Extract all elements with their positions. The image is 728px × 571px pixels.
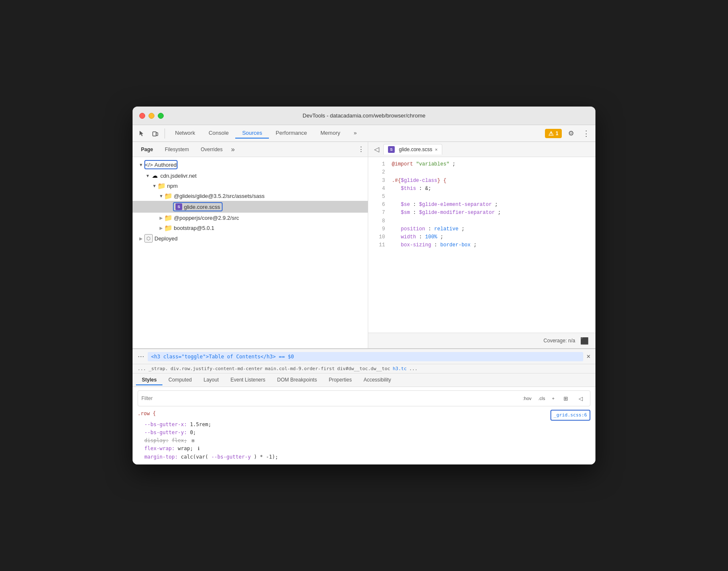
devtools-window: DevTools - datacadamia.com/web/browser/c… <box>133 107 595 464</box>
line-content-7: $sm : $glide-modifier-separator ; <box>392 209 501 217</box>
glide-file-item[interactable]: S glide.core.scss <box>133 201 368 213</box>
hov-button[interactable]: :hov <box>521 395 533 402</box>
back-button[interactable]: ◁ <box>372 144 382 155</box>
code-line-6: 6 $se : $glide-element-separator ; <box>368 201 595 209</box>
npm-folder-icon: 📁 <box>158 182 165 189</box>
css-prop-display: display: flex; ⊞ <box>144 437 590 445</box>
deployed-item[interactable]: ▶ ⬡ Deployed <box>133 233 368 244</box>
grid-scss-link[interactable]: _grid.scss:6 <box>550 410 590 421</box>
css-prop-margin-top: margin-top: calc(var( --bs-gutter-y ) * … <box>144 453 590 461</box>
settings-button[interactable]: ⚙ <box>565 128 577 139</box>
cdn-arrow: ▼ <box>144 172 151 179</box>
breadcrumb-more: ... <box>409 366 417 371</box>
breadcrumb-ellipsis: ... <box>138 366 146 371</box>
svg-rect-1 <box>156 133 158 136</box>
tab-console[interactable]: Console <box>202 128 236 139</box>
style-tab-dom-breakpoints[interactable]: DOM Breakpoints <box>271 375 323 385</box>
warning-icon: ⚠ <box>548 130 554 137</box>
authored-arrow: ▼ <box>138 161 144 168</box>
popperjs-folder-icon: 📁 <box>165 214 172 221</box>
glide-package-label: @glideis/glide@3.5.2/src/assets/sass <box>174 193 265 199</box>
add-style-button[interactable]: + <box>550 395 556 402</box>
tab-network[interactable]: Network <box>168 128 202 139</box>
issues-badge[interactable]: ⚠ 1 <box>545 129 562 138</box>
code-area: 1 @import "variables" ; 2 3 <box>368 157 595 333</box>
style-tab-styles[interactable]: Styles <box>136 375 162 385</box>
tab-page[interactable]: Page <box>136 145 158 154</box>
style-tab-event-listeners[interactable]: Event Listeners <box>225 375 271 385</box>
bootstrap-item[interactable]: ▶ 📁 bootstrap@5.0.1 <box>133 223 368 233</box>
close-bottom-panel[interactable]: × <box>587 353 590 360</box>
cls-button[interactable]: .cls <box>537 395 547 402</box>
tab-performance[interactable]: Performance <box>269 128 314 139</box>
breadcrumb-toc[interactable]: div#dw__toc.dw__toc <box>337 366 390 371</box>
copy-styles-button[interactable]: ⊞ <box>560 392 571 404</box>
main-tabs: Network Console Sources Performance Memo… <box>168 128 543 139</box>
maximize-button[interactable] <box>158 113 164 119</box>
dom-highlight: <h3 class="toggle">Table of Contents</h3… <box>148 352 583 361</box>
style-tab-accessibility[interactable]: Accessibility <box>358 375 397 385</box>
code-icon: </> <box>145 161 153 168</box>
breadcrumb-h3[interactable]: h3.tc <box>393 366 407 371</box>
line-content-5 <box>392 193 395 201</box>
style-tab-computed[interactable]: Computed <box>162 375 197 385</box>
style-tab-layout[interactable]: Layout <box>198 375 225 385</box>
bootstrap-folder-icon: 📁 <box>165 224 172 232</box>
tab-more[interactable]: » <box>347 128 363 139</box>
tab-sources[interactable]: Sources <box>235 128 269 139</box>
tab-more-left[interactable]: » <box>229 145 236 154</box>
npm-item[interactable]: ▼ 📁 npm <box>133 181 368 191</box>
toolbar-right: ⚠ 1 ⚙ ⋮ <box>545 128 592 139</box>
line-content-1: @import "variables" ; <box>392 160 455 168</box>
glide-file-label: glide.core.scss <box>184 204 220 210</box>
editor-tab-close[interactable]: × <box>435 147 437 152</box>
line-content-9: position : relative ; <box>392 225 465 233</box>
editor-tab-glide[interactable]: S glide.core.scss × <box>383 144 442 155</box>
css-rule: .row { _grid.scss:6 --bs-gutter-x: 1.5re… <box>138 410 590 461</box>
close-button[interactable] <box>139 113 145 119</box>
device-toolbar-button[interactable] <box>149 128 161 139</box>
line-content-4: $this : &; <box>392 185 431 193</box>
minimize-button[interactable] <box>149 113 154 119</box>
line-num-6: 6 <box>372 201 385 209</box>
line-num-9: 9 <box>372 225 385 233</box>
styles-panel: :hov .cls + ⊞ ◁ .row { _grid.scss:6 --bs… <box>133 387 595 464</box>
deployed-arrow: ▶ <box>138 235 144 242</box>
css-selector: .row { <box>138 410 156 418</box>
coverage-label: Coverage: n/a <box>544 338 575 344</box>
css-properties: --bs-gutter-x: 1.5rem; --bs-gutter-y: 0;… <box>138 421 590 461</box>
svg-rect-0 <box>153 132 156 136</box>
breadcrumb-main[interactable]: main.col-md-9.order-first <box>265 366 335 371</box>
line-num-8: 8 <box>372 217 385 225</box>
toggle-sidebar-button[interactable]: ◁ <box>575 392 587 404</box>
authored-label: Authored <box>154 162 177 168</box>
tab-scss-icon: S <box>388 146 395 153</box>
window-title: DevTools - datacadamia.com/web/browser/c… <box>303 112 425 119</box>
breadcrumb-row[interactable]: div.row.justify-content-md-center <box>170 366 263 371</box>
authored-item[interactable]: ▼ </> Authored <box>133 159 368 171</box>
breadcrumb-strap[interactable]: _strap. <box>149 366 168 371</box>
line-num-2: 2 <box>372 168 385 176</box>
menu-button[interactable]: ⋮ <box>580 128 592 139</box>
editor-tabs: ◁ S glide.core.scss × <box>368 142 595 157</box>
line-content-3: .#{$glide-class} { <box>392 177 446 185</box>
popperjs-item[interactable]: ▶ 📁 @popperjs/core@2.9.2/src <box>133 213 368 223</box>
filter-input[interactable] <box>141 395 518 401</box>
tab-filesystem[interactable]: Filesystem <box>160 145 194 154</box>
cdn-item[interactable]: ▼ ☁ cdn.jsdelivr.net <box>133 171 368 181</box>
glide-package-item[interactable]: ▼ 📁 @glideis/glide@3.5.2/src/assets/sass <box>133 191 368 201</box>
bottom-menu-icon[interactable]: ⋯ <box>138 352 144 360</box>
code-line-8: 8 <box>368 217 595 225</box>
panel-menu-button[interactable]: ⋮ <box>358 145 364 153</box>
tab-overrides[interactable]: Overrides <box>196 145 228 154</box>
style-tab-properties[interactable]: Properties <box>323 375 358 385</box>
tab-memory[interactable]: Memory <box>314 128 347 139</box>
line-content-10: width : 100% ; <box>392 233 443 241</box>
line-num-1: 1 <box>372 160 385 168</box>
right-panel: ◁ S glide.core.scss × 1 @import "variabl… <box>368 142 595 348</box>
line-content-6: $se : $glide-element-separator ; <box>392 201 498 209</box>
line-content-8 <box>392 217 395 225</box>
coverage-icon-btn[interactable]: ⬛ <box>579 335 590 347</box>
bootstrap-arrow: ▶ <box>158 224 165 231</box>
select-tool-button[interactable] <box>136 128 148 139</box>
